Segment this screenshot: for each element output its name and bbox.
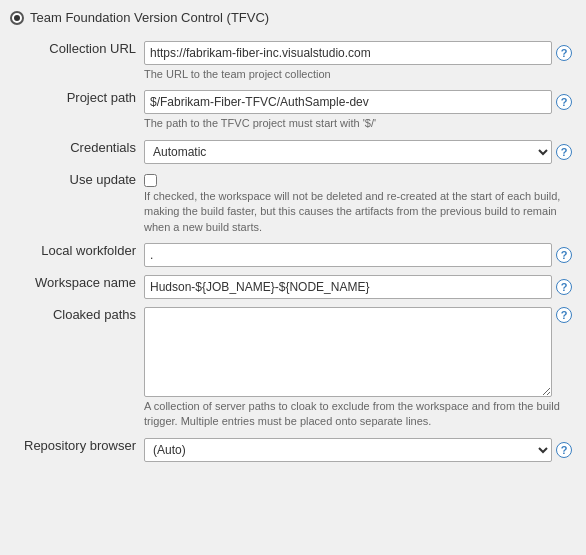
project-path-label: Project path (10, 86, 140, 135)
repository-browser-select[interactable]: (Auto) (144, 438, 552, 462)
repository-browser-wrapper: (Auto) ? (144, 438, 572, 462)
credentials-row: Credentials Automatic Manual ? (10, 136, 576, 168)
project-path-hint: The path to the TFVC project must start … (144, 116, 572, 131)
credentials-help-icon[interactable]: ? (556, 144, 572, 160)
credentials-cell: Automatic Manual ? (140, 136, 576, 168)
cloaked-paths-textarea[interactable] (144, 307, 552, 397)
use-update-wrapper (144, 172, 572, 187)
collection-url-input[interactable] (144, 41, 552, 65)
local-workfolder-input[interactable] (144, 243, 552, 267)
workspace-name-row: Workspace name ? (10, 271, 576, 303)
local-workfolder-label: Local workfolder (10, 239, 140, 271)
workspace-name-label: Workspace name (10, 271, 140, 303)
use-update-label: Use update (10, 168, 140, 239)
repository-browser-cell: (Auto) ? (140, 434, 576, 466)
credentials-label: Credentials (10, 136, 140, 168)
local-workfolder-row: Local workfolder ? (10, 239, 576, 271)
workspace-name-cell: ? (140, 271, 576, 303)
cloaked-paths-wrapper: ? (144, 307, 572, 397)
collection-url-row: Collection URL ? The URL to the team pro… (10, 37, 576, 86)
local-workfolder-help-icon[interactable]: ? (556, 247, 572, 263)
cloaked-paths-help-icon[interactable]: ? (556, 307, 572, 323)
collection-url-cell: ? The URL to the team project collection (140, 37, 576, 86)
tfvc-radio[interactable] (10, 11, 24, 25)
use-update-cell: If checked, the workspace will not be de… (140, 168, 576, 239)
workspace-name-input[interactable] (144, 275, 552, 299)
collection-url-hint: The URL to the team project collection (144, 67, 572, 82)
collection-url-label: Collection URL (10, 37, 140, 86)
project-path-help-icon[interactable]: ? (556, 94, 572, 110)
project-path-row: Project path ? The path to the TFVC proj… (10, 86, 576, 135)
repository-browser-row: Repository browser (Auto) ? (10, 434, 576, 466)
collection-url-wrapper: ? (144, 41, 572, 65)
use-update-checkbox[interactable] (144, 174, 157, 187)
credentials-wrapper: Automatic Manual ? (144, 140, 572, 164)
workspace-name-help-icon[interactable]: ? (556, 279, 572, 295)
title-row: Team Foundation Version Control (TFVC) (10, 10, 576, 25)
local-workfolder-wrapper: ? (144, 243, 572, 267)
form-table: Collection URL ? The URL to the team pro… (10, 37, 576, 466)
workspace-name-wrapper: ? (144, 275, 572, 299)
project-path-cell: ? The path to the TFVC project must star… (140, 86, 576, 135)
cloaked-paths-label: Cloaked paths (10, 303, 140, 434)
cloaked-paths-row: Cloaked paths ? A collection of server p… (10, 303, 576, 434)
section-title: Team Foundation Version Control (TFVC) (30, 10, 269, 25)
tfvc-form: Team Foundation Version Control (TFVC) C… (0, 0, 586, 476)
credentials-select[interactable]: Automatic Manual (144, 140, 552, 164)
cloaked-paths-hint: A collection of server paths to cloak to… (144, 399, 564, 430)
repository-browser-help-icon[interactable]: ? (556, 442, 572, 458)
project-path-input[interactable] (144, 90, 552, 114)
use-update-row: Use update If checked, the workspace wil… (10, 168, 576, 239)
use-update-hint: If checked, the workspace will not be de… (144, 189, 564, 235)
repository-browser-label: Repository browser (10, 434, 140, 466)
collection-url-help-icon[interactable]: ? (556, 45, 572, 61)
project-path-wrapper: ? (144, 90, 572, 114)
cloaked-paths-cell: ? A collection of server paths to cloak … (140, 303, 576, 434)
local-workfolder-cell: ? (140, 239, 576, 271)
